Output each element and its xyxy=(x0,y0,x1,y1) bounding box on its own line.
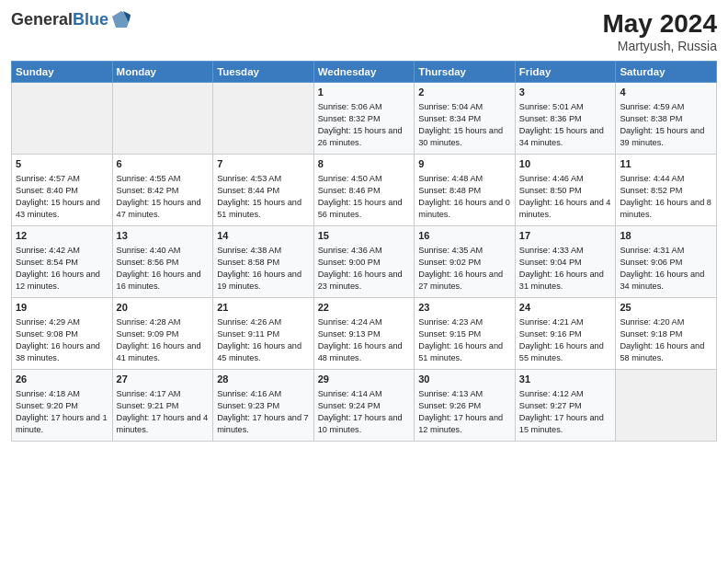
daylight-text: Daylight: 16 hours and 4 minutes. xyxy=(519,197,612,221)
daylight-text: Daylight: 16 hours and 27 minutes. xyxy=(418,269,511,293)
daylight-text: Daylight: 15 hours and 51 minutes. xyxy=(217,197,310,221)
sunrise-text: Sunrise: 4:40 AM xyxy=(117,245,210,257)
day-cell: 4Sunrise: 4:59 AMSunset: 8:38 PMDaylight… xyxy=(616,83,717,155)
sunset-text: Sunset: 9:26 PM xyxy=(418,400,511,412)
day-number: 25 xyxy=(620,301,712,315)
day-cell: 6Sunrise: 4:55 AMSunset: 8:42 PMDaylight… xyxy=(112,155,213,226)
sunset-text: Sunset: 8:52 PM xyxy=(620,185,712,197)
day-number: 9 xyxy=(418,157,511,171)
day-cell: 23Sunrise: 4:23 AMSunset: 9:15 PMDayligh… xyxy=(415,298,516,370)
day-number: 8 xyxy=(318,157,411,171)
sunset-text: Sunset: 9:13 PM xyxy=(318,328,411,340)
daylight-text: Daylight: 17 hours and 10 minutes. xyxy=(318,412,411,436)
sunset-text: Sunset: 8:56 PM xyxy=(117,257,210,269)
day-number: 1 xyxy=(318,86,411,99)
sunrise-text: Sunrise: 4:57 AM xyxy=(16,173,108,185)
daylight-text: Daylight: 16 hours and 31 minutes. xyxy=(519,269,612,293)
sunset-text: Sunset: 8:38 PM xyxy=(620,113,712,125)
day-number: 7 xyxy=(217,157,310,171)
sunrise-text: Sunrise: 4:38 AM xyxy=(217,245,310,257)
day-number: 14 xyxy=(217,229,310,243)
day-number: 22 xyxy=(318,301,411,315)
sunrise-text: Sunrise: 4:24 AM xyxy=(318,316,411,328)
logo-text-block: GeneralBlue xyxy=(11,9,132,31)
day-number: 20 xyxy=(117,301,210,315)
day-number: 26 xyxy=(16,373,108,386)
sunrise-text: Sunrise: 4:14 AM xyxy=(318,388,411,400)
sunrise-text: Sunrise: 4:23 AM xyxy=(418,316,511,328)
sunset-text: Sunset: 9:27 PM xyxy=(519,400,612,412)
location: Martyush, Russia xyxy=(602,39,717,53)
col-sunday: Sunday xyxy=(12,62,113,83)
day-cell: 5Sunrise: 4:57 AMSunset: 8:40 PMDaylight… xyxy=(12,155,113,226)
daylight-text: Daylight: 15 hours and 47 minutes. xyxy=(117,197,210,221)
day-cell: 18Sunrise: 4:31 AMSunset: 9:06 PMDayligh… xyxy=(616,226,717,298)
day-number: 4 xyxy=(620,86,712,99)
daylight-text: Daylight: 17 hours and 1 minute. xyxy=(16,412,108,436)
day-number: 12 xyxy=(16,229,108,243)
day-number: 19 xyxy=(16,301,108,315)
day-cell: 8Sunrise: 4:50 AMSunset: 8:46 PMDaylight… xyxy=(313,155,415,226)
day-cell xyxy=(112,83,213,155)
sunrise-text: Sunrise: 4:53 AM xyxy=(217,173,310,185)
day-cell: 30Sunrise: 4:13 AMSunset: 9:26 PMDayligh… xyxy=(415,370,516,442)
week-row-2: 5Sunrise: 4:57 AMSunset: 8:40 PMDaylight… xyxy=(12,155,717,226)
sunset-text: Sunset: 8:40 PM xyxy=(16,185,108,197)
day-cell: 22Sunrise: 4:24 AMSunset: 9:13 PMDayligh… xyxy=(313,298,415,370)
sunrise-text: Sunrise: 4:36 AM xyxy=(318,245,411,257)
sunrise-text: Sunrise: 5:04 AM xyxy=(418,101,511,113)
day-cell: 13Sunrise: 4:40 AMSunset: 8:56 PMDayligh… xyxy=(112,226,213,298)
day-number: 17 xyxy=(519,229,612,243)
day-cell: 29Sunrise: 4:14 AMSunset: 9:24 PMDayligh… xyxy=(313,370,415,442)
sunset-text: Sunset: 9:09 PM xyxy=(117,328,210,340)
day-cell: 26Sunrise: 4:18 AMSunset: 9:20 PMDayligh… xyxy=(12,370,113,442)
week-row-4: 19Sunrise: 4:29 AMSunset: 9:08 PMDayligh… xyxy=(12,298,717,370)
week-row-1: 1Sunrise: 5:06 AMSunset: 8:32 PMDaylight… xyxy=(12,83,717,155)
daylight-text: Daylight: 16 hours and 34 minutes. xyxy=(620,269,712,293)
sunset-text: Sunset: 9:24 PM xyxy=(318,400,411,412)
day-cell: 9Sunrise: 4:48 AMSunset: 8:48 PMDaylight… xyxy=(415,155,516,226)
day-cell xyxy=(12,83,113,155)
day-number: 29 xyxy=(318,373,411,386)
daylight-text: Daylight: 16 hours and 45 minutes. xyxy=(217,340,310,364)
sunset-text: Sunset: 9:06 PM xyxy=(620,257,712,269)
day-number: 18 xyxy=(620,229,712,243)
daylight-text: Daylight: 16 hours and 55 minutes. xyxy=(519,340,612,364)
day-cell: 12Sunrise: 4:42 AMSunset: 8:54 PMDayligh… xyxy=(12,226,113,298)
sunset-text: Sunset: 9:20 PM xyxy=(16,400,108,412)
col-wednesday: Wednesday xyxy=(313,62,415,83)
day-number: 21 xyxy=(217,301,310,315)
logo: GeneralBlue xyxy=(11,9,132,31)
daylight-text: Daylight: 16 hours and 51 minutes. xyxy=(418,340,511,364)
day-number: 5 xyxy=(16,157,108,171)
daylight-text: Daylight: 16 hours and 8 minutes. xyxy=(620,197,712,221)
sunset-text: Sunset: 9:11 PM xyxy=(217,328,310,340)
day-number: 6 xyxy=(117,157,210,171)
day-cell: 1Sunrise: 5:06 AMSunset: 8:32 PMDaylight… xyxy=(313,83,415,155)
day-cell: 14Sunrise: 4:38 AMSunset: 8:58 PMDayligh… xyxy=(213,226,314,298)
sunrise-text: Sunrise: 4:29 AM xyxy=(16,316,108,328)
daylight-text: Daylight: 17 hours and 15 minutes. xyxy=(519,412,612,436)
week-row-3: 12Sunrise: 4:42 AMSunset: 8:54 PMDayligh… xyxy=(12,226,717,298)
sunrise-text: Sunrise: 4:42 AM xyxy=(16,245,108,257)
day-cell: 2Sunrise: 5:04 AMSunset: 8:34 PMDaylight… xyxy=(415,83,516,155)
daylight-text: Daylight: 16 hours and 41 minutes. xyxy=(117,340,210,364)
daylight-text: Daylight: 15 hours and 34 minutes. xyxy=(519,125,612,149)
week-row-5: 26Sunrise: 4:18 AMSunset: 9:20 PMDayligh… xyxy=(12,370,717,442)
day-cell: 11Sunrise: 4:44 AMSunset: 8:52 PMDayligh… xyxy=(616,155,717,226)
calendar-table: Sunday Monday Tuesday Wednesday Thursday… xyxy=(11,61,717,442)
daylight-text: Daylight: 15 hours and 43 minutes. xyxy=(16,197,108,221)
sunrise-text: Sunrise: 4:26 AM xyxy=(217,316,310,328)
sunset-text: Sunset: 8:44 PM xyxy=(217,185,310,197)
sunrise-text: Sunrise: 4:18 AM xyxy=(16,388,108,400)
daylight-text: Daylight: 16 hours and 12 minutes. xyxy=(16,269,108,293)
day-cell: 10Sunrise: 4:46 AMSunset: 8:50 PMDayligh… xyxy=(515,155,616,226)
sunrise-text: Sunrise: 4:31 AM xyxy=(620,245,712,257)
sunset-text: Sunset: 8:54 PM xyxy=(16,257,108,269)
title-block: May 2024 Martyush, Russia xyxy=(602,9,717,53)
daylight-text: Daylight: 16 hours and 38 minutes. xyxy=(16,340,108,364)
day-cell: 31Sunrise: 4:12 AMSunset: 9:27 PMDayligh… xyxy=(515,370,616,442)
header: GeneralBlue May 2024 Martyush, Russia xyxy=(11,9,717,53)
sunrise-text: Sunrise: 4:21 AM xyxy=(519,316,612,328)
day-cell: 3Sunrise: 5:01 AMSunset: 8:36 PMDaylight… xyxy=(515,83,616,155)
